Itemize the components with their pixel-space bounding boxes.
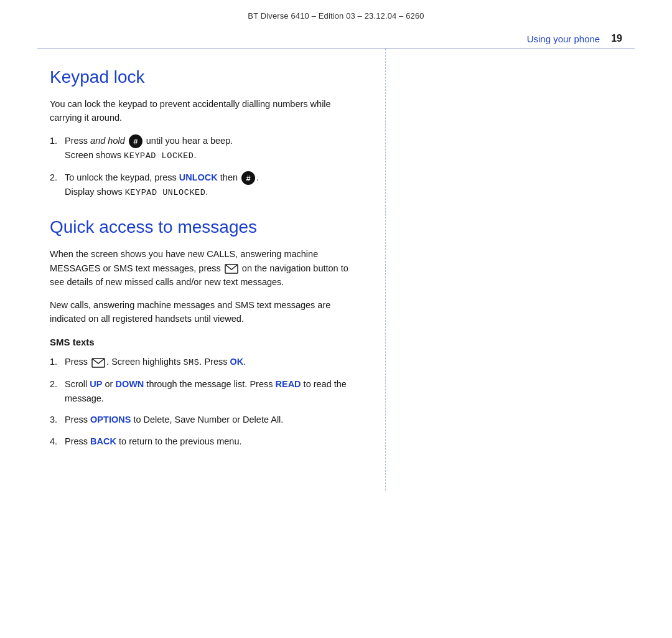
sms-step-3: 3. Press OPTIONS to Delete, Save Number … bbox=[50, 413, 351, 426]
sms-step-3-content: Press OPTIONS to Delete, Save Number or … bbox=[65, 413, 351, 426]
step-1-num: 1. bbox=[50, 134, 65, 148]
sms-texts-heading: SMS texts bbox=[50, 337, 351, 347]
page-container: BT Diverse 6410 – Edition 03 – 23.12.04 … bbox=[0, 0, 672, 638]
sms-step-2-num: 2. bbox=[50, 377, 65, 391]
sms-texts-section: SMS texts 1. Press . Screen highlights S… bbox=[50, 337, 351, 448]
main-layout: Keypad lock You can lock the keypad to p… bbox=[0, 49, 672, 490]
left-column: Keypad lock You can lock the keypad to p… bbox=[0, 49, 386, 490]
right-column bbox=[386, 49, 672, 490]
sms-step-2-content: Scroll UP or DOWN through the message li… bbox=[65, 377, 351, 405]
keypad-unlocked-text: KEYPAD UNLOCKED bbox=[125, 188, 206, 197]
quick-access-title: Quick access to messages bbox=[50, 217, 351, 237]
back-label: BACK bbox=[90, 436, 116, 446]
step-2-content: To unlock the keypad, press UNLOCK then … bbox=[65, 171, 351, 200]
ok-label: OK bbox=[230, 357, 244, 367]
sms-step-4-content: Press BACK to return to the previous men… bbox=[65, 434, 351, 448]
options-label: OPTIONS bbox=[90, 415, 131, 425]
page-header: BT Diverse 6410 – Edition 03 – 23.12.04 … bbox=[0, 0, 672, 27]
sms-mono: SMS bbox=[183, 358, 199, 367]
sms-step-1: 1. Press . Screen highlights SMS. Press … bbox=[50, 355, 351, 370]
quick-access-para1: When the screen shows you have new CALLS… bbox=[50, 247, 351, 289]
read-label: READ bbox=[275, 379, 301, 389]
step-1: 1. Press and hold # until you hear a bee… bbox=[50, 134, 351, 163]
keypad-lock-steps: 1. Press and hold # until you hear a bee… bbox=[50, 134, 351, 200]
header-text: BT Diverse 6410 – Edition 03 – 23.12.04 … bbox=[248, 11, 424, 21]
sms-step-3-num: 3. bbox=[50, 413, 65, 426]
step-1-italic: and hold bbox=[90, 136, 125, 146]
step-1-content: Press and hold # until you hear a beep. … bbox=[65, 134, 351, 163]
sms-step-4-num: 4. bbox=[50, 434, 65, 448]
unlock-label: UNLOCK bbox=[179, 172, 218, 182]
sms-step-2: 2. Scroll UP or DOWN through the message… bbox=[50, 377, 351, 405]
sms-step-4: 4. Press BACK to return to the previous … bbox=[50, 434, 351, 448]
keypad-locked-text: KEYPAD LOCKED bbox=[124, 151, 194, 161]
quick-access-section: Quick access to messages When the screen… bbox=[50, 217, 351, 448]
quick-access-para2: New calls, answering machine messages an… bbox=[50, 298, 351, 326]
keypad-lock-section: Keypad lock You can lock the keypad to p… bbox=[50, 67, 351, 200]
envelope-icon bbox=[225, 264, 238, 274]
top-nav: Using your phone 19 bbox=[0, 27, 672, 48]
hash-icon-1: # bbox=[129, 134, 142, 148]
envelope-icon-sms bbox=[91, 358, 105, 368]
keypad-lock-title: Keypad lock bbox=[50, 67, 351, 87]
up-label: UP bbox=[90, 379, 102, 389]
page-number: 19 bbox=[611, 33, 622, 44]
top-nav-link[interactable]: Using your phone bbox=[527, 34, 600, 44]
sms-step-1-content: Press . Screen highlights SMS. Press OK. bbox=[65, 355, 351, 370]
step-2: 2. To unlock the keypad, press UNLOCK th… bbox=[50, 171, 351, 200]
step-2-num: 2. bbox=[50, 171, 65, 184]
keypad-lock-intro: You can lock the keypad to prevent accid… bbox=[50, 97, 351, 125]
sms-step-1-num: 1. bbox=[50, 355, 65, 368]
down-label: DOWN bbox=[115, 379, 144, 389]
sms-steps: 1. Press . Screen highlights SMS. Press … bbox=[50, 355, 351, 448]
hash-icon-2: # bbox=[241, 171, 255, 185]
